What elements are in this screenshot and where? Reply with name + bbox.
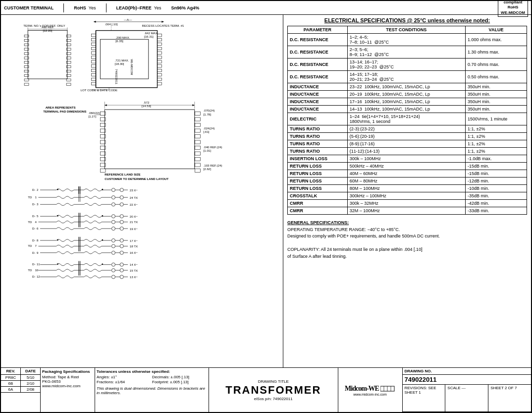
footer-revisions-row: REVISIONS: SEE SHEET 1 SCALE --- SHEET 2…	[403, 385, 532, 412]
svg-text:5: 5	[37, 214, 39, 218]
tol-note: This drawing is dual dimensioned. Dimens…	[97, 386, 207, 395]
rev-date: 2/10	[21, 381, 40, 386]
svg-point-166	[111, 215, 115, 218]
svg-rect-85	[105, 110, 195, 169]
svg-rect-47	[92, 82, 96, 85]
svg-text:15 TX: 15 TX	[130, 269, 138, 272]
svg-text:.024(24): .024(24)	[204, 126, 215, 130]
spec-val: -12dB min.	[465, 177, 527, 185]
svg-text:D-: D-	[32, 275, 36, 278]
svg-rect-17	[66, 53, 71, 55]
svg-text:22 X−: 22 X−	[130, 203, 138, 206]
svg-point-186	[111, 227, 115, 230]
pkg-num: PKG-0653	[42, 379, 93, 384]
spec-val: 1:1, ±2%	[465, 148, 527, 155]
rohs-item: RoHS Yes	[74, 5, 96, 10]
svg-point-165	[102, 215, 103, 217]
svg-text:REFERENCE LAND SIZE: REFERENCE LAND SIZE	[105, 173, 141, 176]
svg-point-142	[111, 196, 115, 199]
svg-rect-50	[158, 43, 162, 45]
svg-point-236	[120, 263, 123, 266]
svg-point-144	[120, 196, 123, 199]
svg-text:[2.62]: [2.62]	[204, 167, 212, 171]
svg-rect-38	[92, 43, 96, 45]
footer-logo-text: Midcom-WE	[345, 384, 395, 393]
spec-param: D.C. RESISTANCE	[288, 34, 348, 46]
right-panel: ELECTRICAL SPECIFICATIONS @ 25°C unless …	[283, 15, 531, 367]
tol-title: Tolerances unless otherwise specified:	[97, 369, 207, 374]
footer: REV. DATE PR8C5/106B2/106A2/08 Packaging…	[1, 367, 531, 412]
svg-rect-21	[66, 70, 71, 72]
spec-param: TURNS RATIO	[288, 148, 348, 155]
svg-point-222	[120, 251, 123, 254]
pn-label: elSos p/n:	[254, 397, 272, 401]
spec-val: -10dB min.	[465, 185, 527, 192]
svg-point-210	[111, 244, 115, 248]
svg-point-244	[111, 269, 115, 272]
scale-box: SCALE ---	[445, 385, 488, 412]
svg-rect-52	[158, 52, 162, 54]
svg-rect-22	[66, 74, 71, 76]
svg-rect-103	[195, 146, 201, 150]
svg-text:18 TX: 18 TX	[130, 244, 138, 248]
spec-param: RETURN LOSS	[288, 163, 348, 170]
svg-rect-23	[66, 79, 71, 81]
svg-text:[12.20]: [12.20]	[43, 29, 53, 32]
footer-tol: Tolerances unless otherwise specified: A…	[95, 368, 209, 412]
general-line: of Surface A after lead tinning.	[287, 253, 527, 260]
svg-rect-13	[66, 35, 71, 37]
svg-marker-83	[105, 104, 106, 106]
spec-val: 0.70 ohms max.	[465, 59, 527, 71]
svg-text:D-: D-	[32, 238, 36, 242]
specs-title: ELECTRICAL SPECIFICATIONS @ 25°C unless …	[287, 17, 527, 23]
svg-text:D-: D-	[32, 214, 36, 218]
spec-param: DIELECTRIC	[288, 113, 348, 125]
svg-point-130	[111, 188, 115, 192]
customer-terminal-label: CUSTOMER TERMINAL	[4, 5, 53, 10]
svg-point-200	[111, 238, 115, 242]
spec-param: INDUCTANCE	[288, 91, 348, 98]
svg-point-188	[120, 227, 123, 230]
svg-point-234	[111, 263, 115, 266]
svg-text:1: 1	[35, 195, 37, 199]
svg-rect-57	[158, 73, 162, 76]
spec-cond: 500kHz – 40MHz	[347, 163, 465, 170]
svg-rect-99	[195, 123, 201, 126]
rev-row: 6B2/10	[1, 381, 40, 387]
svg-text:.004 [.10]: .004 [.10]	[105, 22, 118, 26]
spec-param: D.C. RESISTANCE	[288, 59, 348, 71]
pn-val: 749022011	[273, 397, 293, 401]
svg-rect-51	[158, 47, 162, 50]
svg-text:.290 MAX.: .290 MAX.	[115, 36, 130, 39]
spec-val: -15dB min.	[465, 163, 527, 170]
svg-rect-59	[158, 82, 162, 85]
spec-cond: 1–2; 4–5; 7–8; 10–11 @25°C	[347, 34, 465, 46]
svg-text:[6.35]: [6.35]	[115, 39, 123, 43]
method-label: Method: Tape & Reel	[42, 375, 93, 379]
specs-table: PARAMETER TEST CONDITIONS VALUE D.C. RES…	[287, 26, 527, 215]
svg-text:D-: D-	[32, 188, 36, 191]
lead-free-item: LEAD(Pb)−FREE Yes	[116, 5, 161, 10]
svg-rect-15	[66, 44, 71, 46]
svg-text:17 X−: 17 X−	[130, 239, 138, 242]
svg-text:19 X−: 19 X−	[130, 227, 138, 231]
svg-text:D-: D-	[32, 262, 36, 266]
spec-param: INDUCTANCE	[288, 83, 348, 91]
svg-point-129	[102, 189, 103, 190]
rev-row: 6A2/08	[1, 387, 40, 393]
spec-val: 1500Vrms, 1 minute	[465, 113, 527, 125]
footer-info: DRAWING NO. 749022011 REVISIONS: SEE SHE…	[403, 368, 532, 412]
spec-param: RETURN LOSS	[288, 170, 348, 177]
technical-drawing: .480 REF. [12.20] TERM. NO.'s FOR REF. O…	[3, 17, 280, 325]
svg-text:TERM. NO.'s FOR REF. ONLY: TERM. NO.'s FOR REF. ONLY	[23, 24, 65, 27]
svg-rect-98	[195, 118, 201, 121]
spec-cond: (2-3):(23-22)	[347, 125, 465, 133]
svg-text:[14.53]: [14.53]	[142, 104, 151, 108]
svg-point-154	[120, 203, 123, 206]
sn96-label: Sn96% Ag4%	[171, 5, 199, 10]
svg-text:.070(24): .070(24)	[204, 109, 215, 112]
spec-param: INDUCTANCE	[288, 106, 348, 113]
spec-cond: 13–14; 16–17; 19–20; 22–23 @25°C	[347, 59, 465, 71]
svg-text:.103 REF.(24): .103 REF.(24)	[204, 164, 222, 167]
spec-cond: 60M – 80MHz	[347, 177, 465, 185]
